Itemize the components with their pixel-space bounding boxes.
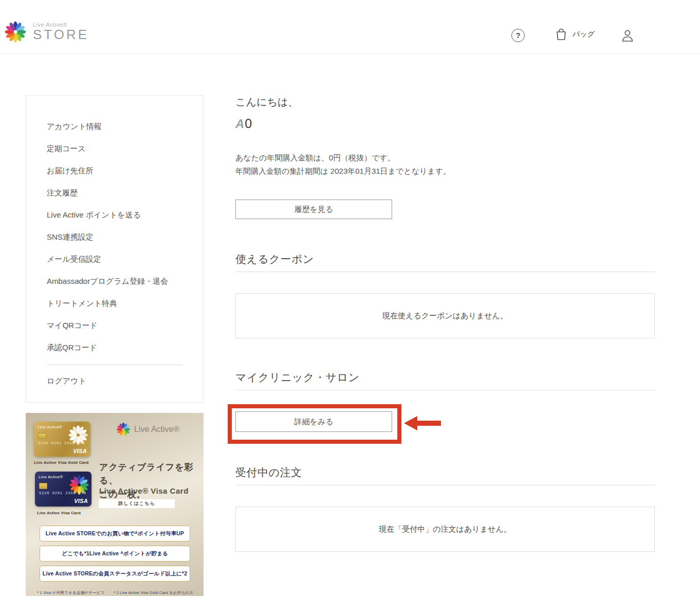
view-history-button[interactable]: 履歴を見る xyxy=(235,200,392,219)
navy-card-image: Live Active® 5220 0201 2355 678 VISA xyxy=(35,472,91,507)
sidebar-item[interactable]: 定期コース xyxy=(26,137,203,159)
visa-card-promo-banner[interactable]: Live Active® 5220 0201 2355 678 VISA Liv… xyxy=(26,413,204,596)
promo-headline-line1: アクティブライフを彩る、 xyxy=(99,461,204,488)
account-button[interactable] xyxy=(621,29,634,42)
user-icon xyxy=(621,29,634,42)
sidebar-item-label: Ambassadorプログラム登録・退会 xyxy=(47,277,168,285)
card-chip xyxy=(38,433,46,439)
coupon-empty-box: 現在使えるクーポンはありません。 xyxy=(235,293,655,338)
annual-period-text: 年間購入金額の集計期間は 2023年01月31日までとなります。 xyxy=(235,167,451,176)
promo-product-name: Live Active® Visa Card xyxy=(99,486,189,495)
points-balance: A0 xyxy=(235,116,252,131)
promo-headline: アクティブライフを彩る、 この一枚。 xyxy=(99,461,204,501)
gold-card-visa-logo: VISA xyxy=(73,448,87,454)
sidebar-item[interactable]: アカウント情報 xyxy=(26,115,203,137)
navy-card-visa-logo: VISA xyxy=(74,498,88,504)
points-value: 0 xyxy=(245,116,252,131)
promo-brand: Live Active® xyxy=(116,422,179,437)
orders-section-divider xyxy=(235,485,655,485)
orders-empty-box: 現在「受付中」の注文はありません。 xyxy=(235,507,655,552)
orders-section-title: 受付中の注文 xyxy=(235,465,302,480)
sidebar-item-label: 承認QRコード xyxy=(47,343,97,352)
annotation-arrow-tail xyxy=(416,421,441,426)
bag-label: バッグ xyxy=(573,30,595,39)
promo-brand-name: Live Active® xyxy=(134,425,179,434)
clinic-section-divider xyxy=(235,390,655,390)
a-point-icon: A xyxy=(235,117,244,131)
brand-starburst-icon xyxy=(4,21,27,43)
store-logo[interactable]: Live Active® STORE xyxy=(4,21,89,43)
promo-benefit-strip: Live Active STOREでのお買い物でᴬポイント付与率UP xyxy=(40,526,190,541)
sidebar-item[interactable]: お届け先住所 xyxy=(26,159,203,182)
gold-card-label: Live Active Visa Gold Card xyxy=(34,460,89,465)
promo-benefits: Live Active STOREでのお買い物でᴬポイント付与率UPどこでも*1… xyxy=(40,526,190,586)
clinic-detail-button[interactable]: 詳細をみる xyxy=(235,411,392,432)
annual-amount-text: あなたの年間購入金額は、0円（税抜）です。 xyxy=(235,153,395,163)
sidebar-menu: アカウント情報定期コースお届け先住所注文履歴Live Active ポイントを送… xyxy=(26,115,203,358)
brand-store: STORE xyxy=(33,28,89,42)
sidebar-item-label: アカウント情報 xyxy=(47,122,102,131)
account-page: Live Active® STORE ? バッグ アカウント情報定期コースお届け… xyxy=(0,0,700,614)
coupon-empty-message: 現在使えるクーポンはありません。 xyxy=(382,311,508,321)
orders-empty-message: 現在「受付中」の注文はありません。 xyxy=(379,525,511,534)
navy-card-number: 5220 0201 2355 678 xyxy=(39,491,86,495)
sidebar-item[interactable]: 注文履歴 xyxy=(26,182,203,204)
sidebar-item-label: マイQRコード xyxy=(47,321,98,330)
coupon-section-title: 使えるクーポン xyxy=(235,252,314,266)
promo-detail-button[interactable]: 詳しくはこちら xyxy=(99,499,175,508)
sidebar-item[interactable]: マイQRコード xyxy=(26,314,203,336)
gold-card-image: Live Active® 5220 0201 2355 678 VISA xyxy=(34,422,90,457)
brand-text: Live Active® STORE xyxy=(33,22,89,42)
logout-link[interactable]: ログアウト xyxy=(26,376,203,386)
sidebar-item-label: メール受信設定 xyxy=(47,255,101,263)
navy-card-label: Live Active Visa Card xyxy=(37,511,81,515)
gold-card-number: 5220 0201 2355 678 xyxy=(38,441,85,445)
card-chip xyxy=(39,483,47,489)
promo-benefit-strip: どこでも*1Live Active ᴬポイントが貯まる xyxy=(40,546,190,562)
promo-footnote: ＊1 Visa が利用できる店舗やサービス ＊2 Live Active Vis… xyxy=(26,590,204,595)
sidebar-item-label: 注文履歴 xyxy=(47,188,78,197)
sidebar-item[interactable]: SNS連携設定 xyxy=(26,226,203,248)
site-header: Live Active® STORE ? バッグ xyxy=(0,0,700,53)
sidebar-item[interactable]: 承認QRコード xyxy=(26,336,203,358)
greeting-text: こんにちは、 xyxy=(235,95,298,109)
bag-icon xyxy=(555,28,567,41)
sidebar-item-label: トリートメント特典 xyxy=(47,299,117,308)
sidebar-item[interactable]: トリートメント特典 xyxy=(26,292,203,314)
sidebar-item-label: お届け先住所 xyxy=(47,166,94,175)
bag-button[interactable]: バッグ xyxy=(555,28,595,41)
promo-benefit-strip: Live Active STOREの会員ステータスがゴールド以上に*2 xyxy=(40,566,190,582)
sidebar-item[interactable]: Ambassadorプログラム登録・退会 xyxy=(26,270,203,292)
sidebar-item-label: SNS連携設定 xyxy=(47,232,94,241)
sidebar-item[interactable]: メール受信設定 xyxy=(26,248,203,270)
sidebar-item-label: Live Active ポイントを送る xyxy=(47,210,141,219)
sidebar-divider xyxy=(47,365,182,365)
clinic-section-title: マイクリニック・サロン xyxy=(235,370,359,385)
account-sidebar: アカウント情報定期コースお届け先住所注文履歴Live Active ポイントを送… xyxy=(26,95,204,403)
coupon-section-divider xyxy=(235,272,655,272)
sidebar-item[interactable]: Live Active ポイントを送る xyxy=(26,204,203,226)
promo-starburst-icon xyxy=(116,422,131,437)
annotation-arrow-icon xyxy=(404,416,417,430)
help-icon[interactable]: ? xyxy=(511,29,525,42)
sidebar-item-label: 定期コース xyxy=(47,144,86,153)
